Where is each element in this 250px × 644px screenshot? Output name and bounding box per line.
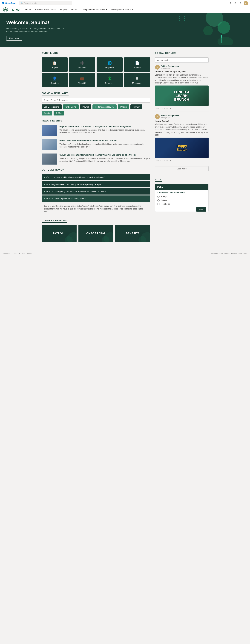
faq-question-1: Can I purchase additional equipment I ne…: [46, 176, 105, 178]
nav-workspaces[interactable]: Workspaces & Teams ▾: [109, 6, 135, 13]
res-deco: [101, 229, 113, 242]
helpdesk-icon: 🌐: [107, 61, 112, 65]
nav-company[interactable]: Company & Market News ▾: [80, 6, 109, 13]
poll-radio-3[interactable]: [157, 203, 160, 205]
footer-contact: Intranet contact: support@origamiconnect…: [211, 252, 247, 254]
poll-option-2[interactable]: 5-days: [157, 199, 206, 202]
news-text-3: Survey Explores 2023 Remote Work Habits:…: [59, 154, 150, 164]
nav-employee[interactable]: Employee Center ▾: [58, 6, 79, 13]
other-resources-title: OTHER RESOURCES: [42, 219, 67, 222]
forms-search-input[interactable]: [42, 98, 150, 102]
news-image-3: [42, 154, 57, 164]
read-more-button[interactable]: Read More: [6, 36, 22, 40]
quick-link-moreapps[interactable]: ⊞ More Apps: [124, 73, 150, 87]
quick-link-benefits[interactable]: ➕ Benefits: [69, 58, 95, 72]
quick-link-helpdesk[interactable]: 🌐 Helpdesk: [97, 58, 123, 72]
svg-point-6: [184, 16, 185, 17]
poll-radio-2[interactable]: [157, 199, 160, 202]
post-footer-2: Comments (31)▾ ♥ 2: [155, 159, 209, 162]
faq-item-2[interactable]: How long do I have to submit my personal…: [42, 181, 150, 188]
post-comments-1[interactable]: Comments (31)▾: [155, 107, 168, 109]
quick-link-directory[interactable]: 👤 Directory: [42, 73, 68, 87]
poll-header: POLL: [155, 184, 208, 190]
form-tag-onboarding[interactable]: Onboarding: [63, 104, 79, 109]
left-column: QUICK LINKS 📋 Projects ➕ Benefits 🌐 Help…: [42, 52, 150, 246]
poll-option-3[interactable]: Flex hours: [157, 203, 206, 205]
footer-copyright: Copyright (c) 2023 ORIGAMI connect.: [3, 252, 32, 254]
post-title-2[interactable]: Happy Easter!: [155, 120, 209, 122]
poll-section: POLL POLL 4-day week OR 5-day week? 4-da…: [155, 178, 209, 212]
chevron-icon: [44, 184, 45, 185]
news-title-2[interactable]: Home Office Deduction: Which Expenses Ca…: [59, 139, 150, 142]
quick-link-projects[interactable]: 📋 Projects: [42, 58, 68, 72]
faq-section: GOT QUESTIONS? Can I purchase additional…: [42, 168, 150, 215]
post-footer-1: Comments (31)▾ ♥ 2: [155, 107, 209, 109]
hero-decoration: [125, 13, 250, 47]
post-time-2: 47 days ago: [161, 117, 179, 119]
chevron-down-icon: ▾: [132, 8, 133, 11]
news-image-2: [42, 139, 57, 150]
resource-benefits[interactable]: BENEFITS: [115, 225, 150, 242]
post-time-1: 27 days ago: [161, 67, 179, 69]
post-likes-1[interactable]: ♥ 2: [170, 107, 173, 109]
projects-icon: 📋: [52, 61, 57, 65]
quick-link-timeoff[interactable]: 💼 Time Off: [69, 73, 95, 87]
post-comments-2[interactable]: Comments (31)▾: [155, 159, 168, 162]
hub-logo[interactable]: THE HUB: [3, 8, 20, 12]
form-tag-photos[interactable]: Photos: [118, 104, 129, 109]
settings-icon[interactable]: ⚙: [234, 2, 237, 5]
quick-links-title: QUICK LINKS: [42, 52, 58, 55]
forms-section: FORMS & TEMPLATES Job Descriptions Onboa…: [42, 92, 150, 116]
nav-home[interactable]: Home: [23, 6, 33, 13]
chevron-icon: [44, 190, 45, 192]
faq-item-4[interactable]: How do I make a personal spending claim?: [42, 196, 150, 202]
right-column: SOCIAL CORNER S Sabina Saetgareeva 27 da…: [155, 52, 209, 246]
resources-grid: PAYROLL ONBOARDING BENEFITS: [42, 225, 150, 242]
share-icon[interactable]: ⤴: [229, 2, 232, 5]
load-more-button[interactable]: Load More: [155, 166, 209, 171]
other-resources-section: OTHER RESOURCES PAYROLL ONBOARDING: [42, 219, 150, 242]
news-text-2: Home Office Deduction: Which Expenses Ca…: [59, 139, 150, 150]
resource-onboarding[interactable]: ONBOARDING: [78, 225, 113, 242]
faq-item-1[interactable]: Can I purchase additional equipment I ne…: [42, 174, 150, 180]
quick-link-reports[interactable]: 📄 Reports: [124, 58, 150, 72]
form-tag-sops[interactable]: SOPs: [53, 110, 64, 116]
quick-links-section: QUICK LINKS 📋 Projects ➕ Benefits 🌐 Help…: [42, 52, 150, 87]
resource-onboarding-label: ONBOARDING: [86, 232, 105, 235]
form-tag-job-descriptions[interactable]: Job Descriptions: [42, 104, 62, 109]
chevron-down-icon: ▾: [76, 8, 77, 11]
write-post-input[interactable]: [155, 58, 209, 63]
news-desc-3: Whether it's balancing budgets or just t…: [59, 157, 150, 162]
post-meta-2: Sabina Saetgareeva 47 days ago: [161, 114, 179, 119]
news-title-3[interactable]: Survey Explores 2023 Remote Work Habits:…: [59, 154, 150, 156]
avatar[interactable]: S: [244, 1, 248, 5]
news-item: Beyond Dashboards: The Future Of Analyti…: [42, 125, 150, 136]
sharepoint-logo: S SharePoint: [2, 2, 16, 4]
poll-option-1[interactable]: 4-days: [157, 196, 206, 198]
form-tag-performance-review[interactable]: Performance Review: [92, 104, 117, 109]
resource-payroll[interactable]: PAYROLL: [42, 225, 77, 242]
poll-question: 4-day week OR 5-day week?: [157, 192, 206, 194]
news-title-1[interactable]: Beyond Dashboards: The Future Of Analyti…: [59, 125, 150, 128]
post-title-1[interactable]: Lunch & Learn on April 18, 2023: [155, 70, 209, 73]
search-bar[interactable]: 🔍 Search this site: [19, 1, 72, 5]
lunch-image: LUNCH &LEARNBRUNCH: [155, 86, 209, 106]
poll-vote-button[interactable]: Vote: [196, 207, 206, 212]
svg-point-14: [217, 21, 230, 34]
product-name: SharePoint: [5, 2, 16, 4]
poll-radio-1[interactable]: [157, 196, 160, 198]
form-tag-payroll[interactable]: Payroll: [80, 104, 91, 109]
form-tag-safety[interactable]: Safety: [42, 110, 52, 116]
timeoff-icon: 💼: [80, 76, 84, 80]
chevron-icon: [44, 176, 45, 178]
svg-point-9: [184, 18, 185, 19]
post-likes-2[interactable]: ♥ 2: [170, 159, 173, 162]
nav-business[interactable]: Business Resources ▾: [33, 6, 57, 13]
form-tag-privacy[interactable]: Privacy: [130, 104, 142, 109]
post-header-1: S Sabina Saetgareeva 27 days ago: [155, 65, 209, 70]
easter-image: HappyEaster: [155, 138, 209, 158]
help-icon[interactable]: ?: [239, 2, 242, 5]
faq-item-3[interactable]: How do I change my contributions to my R…: [42, 188, 150, 194]
res-deco: [64, 229, 77, 242]
quick-link-expenses[interactable]: 💲 Expenses: [97, 73, 123, 87]
